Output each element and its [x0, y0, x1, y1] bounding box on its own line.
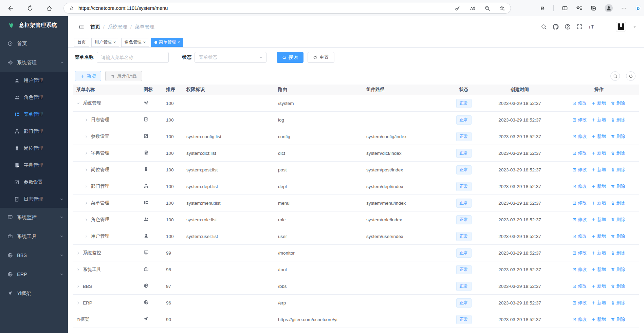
edit-action[interactable]: 修改: [572, 233, 587, 239]
row-expand-icon[interactable]: [76, 101, 80, 105]
edit-action[interactable]: 修改: [572, 217, 587, 223]
delete-action[interactable]: 删除: [611, 300, 625, 306]
tab-角色管理[interactable]: 角色管理×: [121, 38, 149, 47]
key-icon[interactable]: [455, 5, 460, 11]
add-button[interactable]: 新增: [75, 71, 101, 81]
user-avatar[interactable]: [615, 21, 626, 32]
tab-close-icon[interactable]: ×: [178, 40, 180, 45]
edit-action[interactable]: 修改: [572, 150, 587, 156]
refresh-mini-button[interactable]: [626, 71, 636, 81]
edit-action[interactable]: 修改: [572, 266, 587, 273]
delete-action[interactable]: 删除: [611, 167, 625, 173]
add-action[interactable]: 新增: [591, 167, 606, 173]
delete-action[interactable]: 删除: [611, 183, 625, 189]
edit-action[interactable]: 修改: [572, 133, 587, 140]
sidebar-item-dept-management[interactable]: 部门管理: [0, 123, 68, 140]
add-action[interactable]: 新增: [591, 217, 606, 223]
delete-action[interactable]: 删除: [611, 217, 625, 223]
collections-icon[interactable]: [590, 5, 596, 11]
bing-icon[interactable]: b: [635, 5, 641, 11]
add-action[interactable]: 新增: [591, 283, 606, 289]
edit-action[interactable]: 修改: [572, 183, 587, 189]
tab-首页[interactable]: 首页: [74, 38, 89, 47]
sidebar-item-log-management[interactable]: 日志管理: [0, 191, 68, 208]
row-expand-icon[interactable]: [85, 201, 88, 205]
sidebar-collapse-icon[interactable]: [78, 24, 85, 30]
user-caret-icon[interactable]: [633, 25, 637, 29]
add-action[interactable]: 新增: [591, 300, 606, 306]
edit-action[interactable]: 修改: [572, 100, 587, 106]
edit-action[interactable]: 修改: [572, 250, 587, 256]
search-button[interactable]: 搜索: [277, 52, 303, 63]
edit-action[interactable]: 修改: [572, 316, 587, 322]
edit-action[interactable]: 修改: [572, 300, 587, 306]
add-action[interactable]: 新增: [591, 250, 606, 256]
delete-action[interactable]: 删除: [611, 200, 625, 206]
sidebar-item-yi-framework[interactable]: Yi框架: [0, 284, 68, 303]
edit-action[interactable]: 修改: [572, 167, 587, 173]
row-expand-icon[interactable]: [85, 168, 88, 172]
font-size-icon[interactable]: TT: [588, 24, 594, 30]
fullscreen-icon[interactable]: [576, 24, 583, 30]
row-expand-icon[interactable]: [76, 284, 80, 288]
delete-action[interactable]: 删除: [611, 266, 625, 273]
edit-action[interactable]: 修改: [572, 117, 587, 123]
delete-action[interactable]: 删除: [611, 150, 625, 156]
tab-close-icon[interactable]: ×: [113, 40, 116, 45]
add-action[interactable]: 新增: [591, 133, 606, 140]
back-icon[interactable]: [7, 5, 14, 12]
add-action[interactable]: 新增: [591, 150, 606, 156]
tab-close-icon[interactable]: ×: [143, 40, 146, 45]
row-expand-icon[interactable]: [85, 185, 88, 188]
github-icon[interactable]: [553, 24, 559, 30]
profile-icon[interactable]: [605, 4, 613, 12]
split-screen-icon[interactable]: [562, 5, 568, 11]
breadcrumb-item[interactable]: 首页: [90, 24, 100, 30]
sidebar-item-user-management[interactable]: 用户管理: [0, 72, 68, 89]
row-expand-icon[interactable]: [76, 301, 80, 305]
address-bar[interactable]: https://ccnetcore.com:1101/system/menu: [63, 3, 511, 14]
sidebar-item-bbs[interactable]: BBS: [0, 246, 68, 265]
sidebar-item-system-monitor[interactable]: 系统监控: [0, 208, 68, 227]
sidebar-item-post-management[interactable]: 岗位管理: [0, 140, 68, 157]
edit-action[interactable]: 修改: [572, 200, 587, 206]
delete-action[interactable]: 删除: [611, 117, 625, 123]
row-expand-icon[interactable]: [85, 151, 88, 155]
question-icon[interactable]: [565, 24, 571, 30]
add-action[interactable]: 新增: [591, 117, 606, 123]
sidebar-item-home[interactable]: 首页: [0, 34, 68, 53]
zoom-out-icon[interactable]: [484, 5, 490, 11]
star-plus-icon[interactable]: [499, 5, 505, 11]
add-action[interactable]: 新增: [591, 266, 606, 273]
reset-button[interactable]: 重置: [308, 52, 334, 63]
row-expand-icon[interactable]: [85, 118, 88, 122]
row-expand-icon[interactable]: [85, 235, 88, 238]
search-mini-button[interactable]: [610, 71, 620, 81]
delete-action[interactable]: 删除: [611, 283, 625, 289]
add-action[interactable]: 新增: [591, 183, 606, 189]
add-action[interactable]: 新增: [591, 316, 606, 322]
add-action[interactable]: 新增: [591, 100, 606, 106]
more-icon[interactable]: [621, 5, 627, 11]
delete-action[interactable]: 删除: [611, 100, 625, 106]
add-action[interactable]: 新增: [591, 200, 606, 206]
add-action[interactable]: 新增: [591, 233, 606, 239]
delete-action[interactable]: 删除: [611, 233, 625, 239]
row-expand-icon[interactable]: [76, 268, 80, 272]
tab-用户管理[interactable]: 用户管理×: [91, 38, 119, 47]
delete-action[interactable]: 删除: [611, 316, 625, 322]
sidebar-item-param-settings[interactable]: 参数设置: [0, 174, 68, 191]
sidebar-item-menu-management[interactable]: 菜单管理: [0, 106, 68, 123]
search-icon[interactable]: [541, 24, 547, 30]
extensions-icon[interactable]: [539, 5, 545, 11]
read-aloud-icon[interactable]: [470, 5, 475, 11]
row-expand-icon[interactable]: [85, 135, 88, 138]
status-select[interactable]: 菜单状态: [195, 52, 266, 63]
reload-icon[interactable]: [27, 5, 33, 12]
row-expand-icon[interactable]: [76, 251, 80, 255]
menu-name-input[interactable]: [97, 52, 169, 63]
sidebar-item-role-management[interactable]: 角色管理: [0, 89, 68, 106]
tab-菜单管理[interactable]: 菜单管理×: [151, 38, 183, 47]
breadcrumb-item[interactable]: 系统管理: [108, 24, 127, 30]
row-expand-icon[interactable]: [85, 218, 88, 222]
